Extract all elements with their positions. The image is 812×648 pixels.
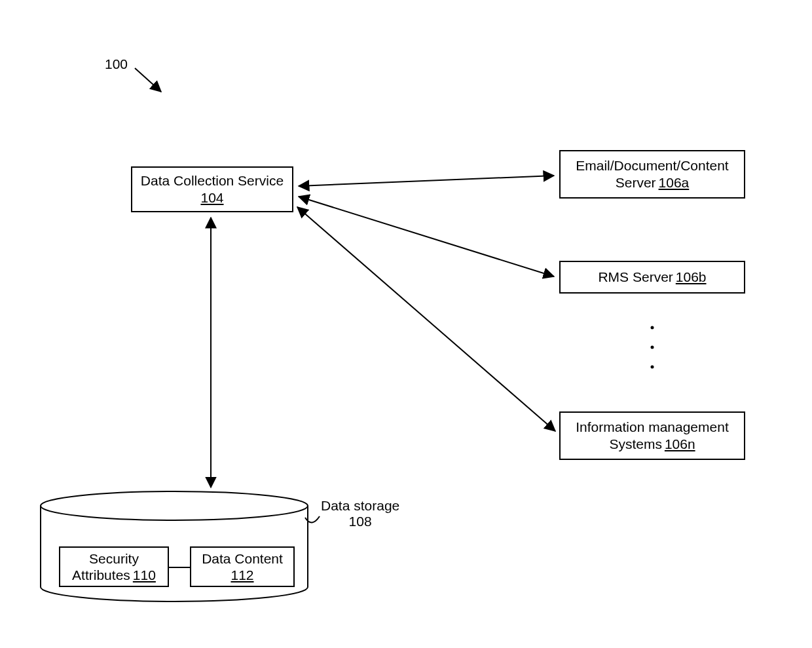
- data-storage-label: Data storage: [321, 498, 399, 514]
- data-content-line1: Data Content: [202, 550, 283, 567]
- info-mgmt-line1: Information management: [576, 419, 728, 436]
- dcs-to-email-arrow: [299, 176, 554, 186]
- ellipsis-dot: [651, 366, 654, 369]
- dcs-to-rms-arrow: [299, 197, 554, 276]
- figure-reference: 100: [105, 56, 128, 71]
- rms-server-line: RMS Server106b: [598, 269, 706, 286]
- ellipsis-dot: [651, 346, 654, 349]
- data-collection-service-box: Data Collection Service 104: [131, 166, 293, 212]
- data-content-ref: 112: [231, 567, 253, 583]
- info-mgmt-line2: Systems106n: [609, 436, 695, 453]
- email-server-line2: Server106a: [616, 174, 690, 191]
- data-storage-label-group: Data storage 108: [321, 498, 399, 529]
- data-storage-cylinder: Security Attributes110 Data Content 112: [39, 490, 309, 603]
- rms-server-box: RMS Server106b: [559, 261, 745, 294]
- data-collection-service-title: Data Collection Service: [141, 172, 284, 189]
- security-attributes-line2: Attributes110: [72, 567, 156, 583]
- email-server-box: Email/Document/Content Server106a: [559, 150, 745, 199]
- dcs-to-infomgmt-arrow: [297, 207, 555, 431]
- figure-reference-label: 100: [105, 56, 128, 72]
- security-attributes-box: Security Attributes110: [59, 546, 169, 587]
- diagram-canvas: 100 Data Collection Service 104 Email/Do…: [0, 0, 812, 648]
- info-mgmt-box: Information management Systems106n: [559, 411, 745, 460]
- email-server-line1: Email/Document/Content: [576, 157, 728, 174]
- figure-ref-arrow: [135, 68, 161, 92]
- svg-point-0: [41, 491, 308, 520]
- security-attributes-line1: Security: [89, 550, 139, 567]
- data-content-box: Data Content 112: [190, 546, 295, 587]
- data-storage-ref: 108: [321, 514, 399, 529]
- ellipsis-dot: [651, 326, 654, 330]
- data-collection-service-ref: 104: [200, 189, 223, 206]
